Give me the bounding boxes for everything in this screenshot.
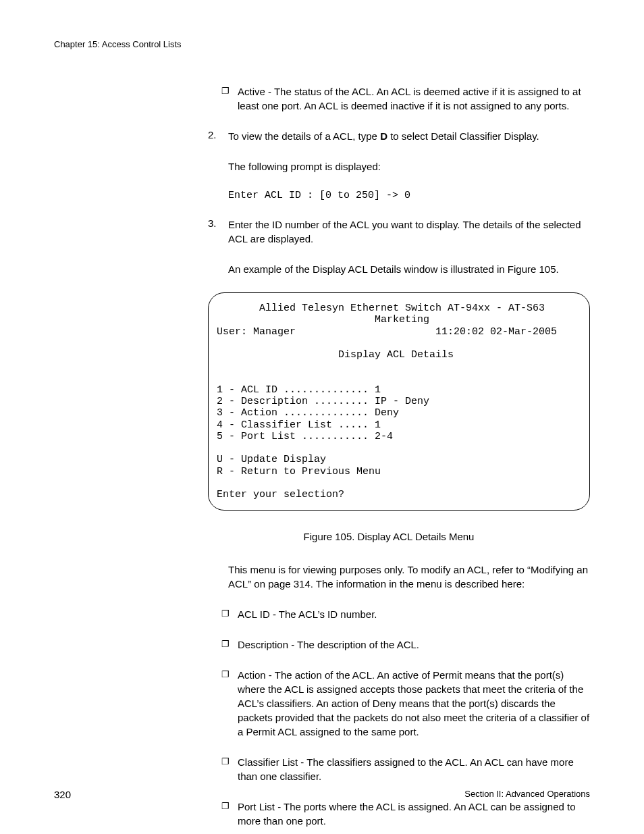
bullet-active-text: Active - The status of the ACL. An ACL i… [238, 84, 590, 113]
bullet-classifier-list: ❐ Classifier List - The classifiers assi… [221, 755, 590, 783]
step-2-mono: Enter ACL ID : [0 to 250] -> 0 [228, 190, 590, 201]
main-content: ❐ Active - The status of the ACL. An ACL… [208, 84, 590, 828]
step-3: 3. Enter the ID number of the ACL you wa… [208, 217, 590, 246]
bullet-classifier-list-text: Classifier List - The classifiers assign… [238, 755, 590, 783]
bullet-marker-icon: ❐ [221, 608, 230, 621]
step-2-text-b: to select Detail Classifier Display. [387, 130, 539, 142]
step-2-text-a: To view the details of a ACL, type [228, 130, 380, 142]
page-number: 320 [54, 789, 71, 800]
bullet-active: ❐ Active - The status of the ACL. An ACL… [221, 84, 590, 113]
bullet-port-list-text: Port List - The ports where the ACL is a… [238, 800, 590, 828]
terminal-window: Allied Telesyn Ethernet Switch AT-94xx -… [208, 292, 590, 511]
bullet-marker-icon: ❐ [221, 86, 230, 113]
bullet-action: ❐ Action - The action of the ACL. An act… [221, 668, 590, 739]
figure-caption: Figure 105. Display ACL Details Menu [188, 531, 590, 542]
bullet-description: ❐ Description - The description of the A… [221, 637, 590, 652]
step-2-number: 2. [208, 129, 219, 143]
step-3-text: Enter the ID number of the ACL you want … [228, 217, 590, 246]
page-header: Chapter 15: Access Control Lists [54, 39, 590, 49]
page-footer: 320 Section II: Advanced Operations [54, 789, 590, 800]
bullet-marker-icon: ❐ [221, 669, 230, 739]
step-3-para: An example of the Display ACL Details wi… [228, 262, 590, 276]
bullet-description-text: Description - The description of the ACL… [238, 637, 419, 652]
step-3-number: 3. [208, 217, 219, 246]
bullet-marker-icon: ❐ [221, 639, 230, 652]
step-2-text: To view the details of a ACL, type D to … [228, 129, 590, 143]
bullet-acl-id-text: ACL ID - The ACL’s ID number. [238, 607, 377, 621]
bullet-action-text: Action - The action of the ACL. An activ… [238, 668, 590, 739]
bullet-marker-icon: ❐ [221, 801, 230, 828]
bullet-port-list: ❐ Port List - The ports where the ACL is… [221, 800, 590, 828]
step-2-para: The following prompt is displayed: [228, 159, 590, 174]
step-2: 2. To view the details of a ACL, type D … [208, 129, 590, 143]
bullet-acl-id: ❐ ACL ID - The ACL’s ID number. [221, 607, 590, 621]
bullet-marker-icon: ❐ [221, 756, 230, 783]
step-2-bold-d: D [380, 130, 387, 142]
section-label: Section II: Advanced Operations [464, 789, 590, 800]
post-paragraph: This menu is for viewing purposes only. … [228, 563, 590, 591]
